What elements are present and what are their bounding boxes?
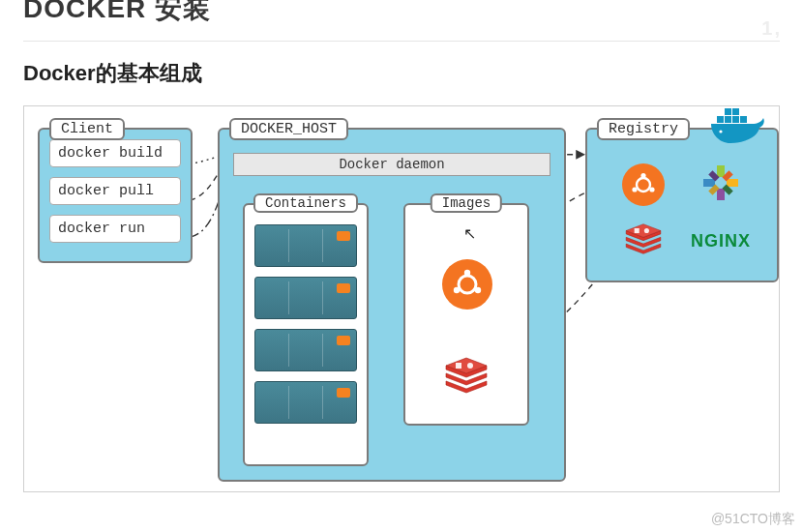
svg-rect-20 [703,179,715,187]
svg-point-3 [475,287,481,293]
svg-point-26 [644,228,649,233]
containers-label: Containers [253,193,358,213]
nginx-icon: NGINX [691,231,751,251]
containers-panel: Containers [243,203,369,466]
svg-point-16 [649,187,654,192]
svg-point-13 [637,178,650,192]
docker-host-label: DOCKER_HOST [229,118,348,140]
docker-whale-icon [707,103,769,153]
cmd-docker-pull: docker pull [49,177,181,205]
container-instance [254,224,357,267]
redis-icon [624,222,663,259]
ghost-artifact: 1, [761,17,782,40]
svg-rect-18 [727,179,738,187]
svg-point-5 [467,363,473,369]
svg-point-1 [464,270,470,276]
container-instance [254,277,357,319]
svg-rect-6 [717,116,724,123]
docker-daemon-box: Docker daemon [233,153,550,176]
svg-rect-4 [456,363,461,369]
architecture-diagram: Client docker build docker pull docker r… [23,105,780,492]
client-label: Client [49,118,125,140]
svg-point-0 [459,276,476,293]
redis-icon [444,356,489,395]
mouse-cursor-icon: ↖ [463,224,476,243]
container-instance [254,381,357,424]
centos-icon [700,163,741,207]
client-panel: Client docker build docker pull docker r… [38,128,193,263]
svg-rect-8 [732,116,739,123]
cmd-docker-run: docker run [49,215,181,243]
svg-rect-25 [635,228,639,233]
svg-point-14 [640,173,645,178]
divider [23,41,780,42]
svg-rect-17 [717,165,725,177]
ubuntu-icon [622,163,665,206]
svg-rect-7 [725,116,731,123]
registry-label: Registry [597,118,690,140]
ubuntu-icon [442,259,492,310]
svg-rect-9 [740,116,747,123]
svg-point-12 [719,130,722,133]
container-instance [254,329,357,371]
svg-rect-10 [725,108,731,115]
watermark: @51CTO博客 [711,511,795,528]
svg-rect-19 [717,189,725,200]
cmd-docker-build: docker build [49,139,181,167]
docker-host-panel: DOCKER_HOST Docker daemon Containers Ima… [218,128,566,482]
svg-rect-11 [732,108,739,115]
svg-point-15 [632,187,637,192]
section-heading: Docker的基本组成 [23,59,780,88]
svg-point-2 [454,287,460,293]
images-label: Images [431,193,502,213]
page-title-truncated: DOCKER 安装 [23,0,780,27]
registry-panel: Registry [585,128,779,282]
images-panel: Images ↖ [403,203,529,426]
